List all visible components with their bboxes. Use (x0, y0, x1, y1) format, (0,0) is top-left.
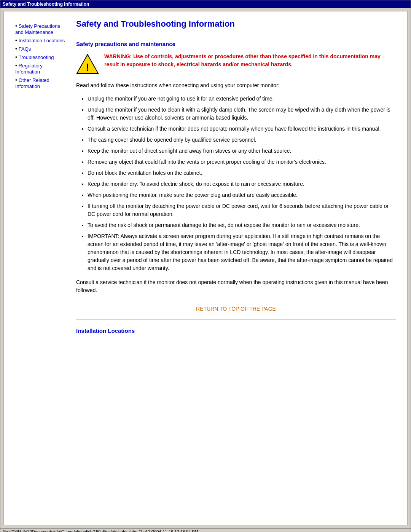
bullet-1: Unplug the monitor if you are not going … (88, 95, 396, 103)
sidebar-item-installation[interactable]: Installation Locations (15, 37, 68, 43)
sidebar-item-faqs[interactable]: FAQs (15, 46, 68, 52)
return-to-top-link[interactable]: RETURN TO TOP OF THE PAGE (196, 306, 276, 312)
consult-text: Consult a service technician if the moni… (76, 278, 396, 294)
sidebar-link-regulatory[interactable]: Regulatory Information (15, 63, 43, 75)
sidebar: Safety Precautions and Maintenance Insta… (15, 19, 68, 339)
top-divider (76, 33, 396, 33)
section2-title: Installation Locations (76, 328, 396, 334)
status-bar: file:///D|/My%20Documents/dfu/C_model/en… (0, 528, 411, 532)
page-content: Safety Precautions and Maintenance Insta… (3, 11, 408, 525)
installation-section: Installation Locations (76, 328, 396, 334)
sidebar-link-troubleshooting[interactable]: Troubleshooting (19, 54, 54, 60)
sidebar-item-regulatory[interactable]: Regulatory Information (15, 62, 68, 75)
sidebar-link-safety[interactable]: Safety Precautions and Maintenance (15, 23, 60, 35)
bullet-3: Consult a service technician if the moni… (88, 125, 396, 133)
status-bar-text: file:///D|/My%20Documents/dfu/C_model/en… (3, 529, 198, 532)
bottom-divider (76, 320, 396, 320)
sidebar-item-troubleshooting[interactable]: Troubleshooting (15, 54, 68, 60)
window-title: Safety and Troubleshooting Information (3, 2, 89, 7)
svg-text:!: ! (86, 61, 89, 73)
sidebar-link-faqs[interactable]: FAQs (19, 46, 31, 52)
sidebar-nav: Safety Precautions and Maintenance Insta… (15, 23, 68, 89)
sidebar-item-other[interactable]: Other Related Information (15, 77, 68, 89)
bullet-12: IMPORTANT: Always activate a screen save… (88, 232, 396, 272)
bullet-8: Keep the monitor dry. To avoid electric … (88, 180, 396, 188)
safety-bullets: Unplug the monitor if you are not going … (88, 95, 396, 272)
title-bar: Safety and Troubleshooting Information (0, 0, 411, 8)
return-link[interactable]: RETURN TO TOP OF THE PAGE (76, 306, 396, 312)
warning-box: ! WARNING: Use of controls, adjustments … (76, 53, 396, 75)
intro-text: Read and follow these instructions when … (76, 81, 396, 89)
page-title: Safety and Troubleshooting Information (76, 19, 396, 29)
warning-text: WARNING: Use of controls, adjustments or… (104, 53, 396, 69)
sidebar-link-installation[interactable]: Installation Locations (19, 38, 65, 43)
bullet-7: Do not block the ventilation holes on th… (88, 169, 396, 177)
layout: Safety Precautions and Maintenance Insta… (15, 19, 396, 339)
bullet-6: Remove any object that could fall into t… (88, 158, 396, 166)
main-content: Safety and Troubleshooting Information S… (76, 19, 396, 339)
bullet-9: When positioning the monitor, make sure … (88, 191, 396, 199)
bullet-2: Unplug the monitor if you need to clean … (88, 106, 396, 122)
bullet-11: To avoid the risk of shock or permanent … (88, 221, 396, 229)
bullet-5: Keep the monitor out of direct sunlight … (88, 147, 396, 155)
sidebar-item-safety[interactable]: Safety Precautions and Maintenance (15, 23, 68, 35)
warning-icon: ! (76, 53, 99, 75)
section1-title: Safety precautions and maintenance (76, 41, 396, 47)
bullet-10: If turning off the monitor by detaching … (88, 202, 396, 218)
sidebar-link-other[interactable]: Other Related Information (15, 77, 49, 89)
browser-window: Safety and Troubleshooting Information S… (0, 0, 411, 532)
bullet-4: The casing cover should be opened only b… (88, 136, 396, 144)
